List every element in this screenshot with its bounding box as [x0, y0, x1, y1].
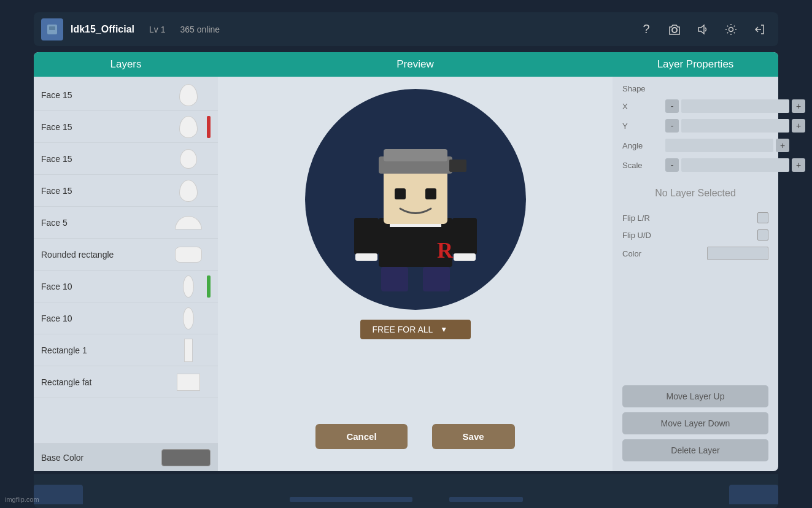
- game-mode-select[interactable]: FREE FOR ALL ▼: [360, 320, 471, 339]
- sound-icon[interactable]: [691, 18, 714, 41]
- game-mode-row: FREE FOR ALL ▼: [360, 320, 471, 339]
- topbar: Idk15_Official Lv 1 365 online ?: [34, 12, 778, 46]
- preview-buttons: Cancel Save: [315, 424, 514, 459]
- x-minus-button[interactable]: -: [665, 99, 679, 113]
- color-row: Color: [622, 247, 768, 260]
- x-value[interactable]: [681, 99, 789, 113]
- layer-strip: [207, 244, 211, 266]
- scale-label: Scale: [622, 161, 665, 170]
- layers-panel: Layers Face 15 Face 15 Face 15: [34, 52, 218, 471]
- y-value[interactable]: [681, 119, 789, 133]
- layer-thumb: [172, 148, 204, 170]
- preview-area: R FREE FOR ALL ▼ Cancel Save: [218, 77, 613, 471]
- layer-label: Face 10: [41, 282, 168, 291]
- cancel-button[interactable]: Cancel: [315, 424, 407, 449]
- x-plus-button[interactable]: +: [792, 99, 805, 113]
- list-item[interactable]: Face 15: [34, 143, 218, 175]
- scale-input-group: - +: [665, 158, 805, 172]
- chevron-down-icon: ▼: [440, 325, 447, 334]
- color-label: Color: [622, 249, 707, 258]
- svg-point-4: [729, 27, 733, 31]
- svg-rect-9: [384, 149, 447, 161]
- flip-lr-checkbox[interactable]: [757, 212, 768, 223]
- layer-thumb: [172, 116, 204, 138]
- save-button[interactable]: Save: [432, 424, 515, 449]
- angle-value[interactable]: [665, 139, 773, 152]
- base-color-swatch[interactable]: [161, 449, 211, 466]
- flip-ud-label: Flip U/D: [622, 231, 757, 240]
- shape-label: Shape: [622, 84, 665, 93]
- svg-rect-18: [454, 253, 476, 261]
- list-item[interactable]: Face 15: [34, 175, 218, 207]
- bottom-indicator-right: [449, 497, 523, 502]
- base-color-label: Base Color: [41, 453, 161, 463]
- character-svg: R: [317, 101, 514, 298]
- layer-label: Rectangle 1: [41, 345, 168, 355]
- help-icon[interactable]: ?: [635, 18, 658, 41]
- list-item[interactable]: Face 15: [34, 79, 218, 111]
- layer-label: Face 10: [41, 314, 168, 323]
- layer-strip-green: [207, 275, 211, 298]
- svg-point-2: [672, 28, 677, 33]
- list-item[interactable]: Rectangle 1: [34, 334, 218, 366]
- layer-thumb: [172, 339, 204, 361]
- teardrop-shape: [180, 149, 197, 169]
- y-plus-button[interactable]: +: [792, 119, 805, 133]
- scale-plus-button[interactable]: +: [792, 158, 805, 172]
- exit-icon[interactable]: [748, 18, 771, 41]
- angle-input-group: +: [665, 139, 789, 152]
- scale-value[interactable]: [681, 158, 789, 172]
- layer-thumb: [172, 84, 204, 106]
- bottom-tab-left: [34, 485, 83, 504]
- svg-rect-1: [49, 26, 55, 30]
- layer-strip: [207, 180, 211, 202]
- settings-icon[interactable]: [719, 18, 743, 41]
- layer-label: Rectangle fat: [41, 377, 168, 387]
- online-label: 365 online: [180, 25, 220, 34]
- rounded-rect-shape: [175, 247, 202, 263]
- list-item[interactable]: Face 10: [34, 302, 218, 334]
- list-item[interactable]: Face 15: [34, 111, 218, 143]
- delete-layer-button[interactable]: Delete Layer: [622, 439, 768, 461]
- rect-shape: [184, 339, 193, 362]
- list-item[interactable]: Face 5: [34, 207, 218, 239]
- bottom-bar: [34, 474, 778, 508]
- y-minus-button[interactable]: -: [665, 119, 679, 133]
- move-layer-down-button[interactable]: Move Layer Down: [622, 412, 768, 434]
- layers-list[interactable]: Face 15 Face 15 Face 15: [34, 77, 218, 444]
- color-swatch[interactable]: [707, 247, 768, 260]
- svg-rect-17: [355, 253, 377, 261]
- layer-strip: [207, 212, 211, 234]
- layer-label: Face 15: [41, 154, 168, 164]
- avatar: [41, 18, 63, 40]
- rect-fat-shape: [177, 374, 200, 391]
- y-row: Y - +: [622, 119, 768, 133]
- flip-ud-checkbox[interactable]: [757, 229, 768, 241]
- layer-strip-red: [207, 116, 211, 138]
- angle-plus-button[interactable]: +: [776, 139, 789, 152]
- layer-thumb: [172, 180, 204, 202]
- preview-panel: Preview: [218, 52, 613, 471]
- svg-rect-12: [425, 188, 436, 199]
- list-item[interactable]: Rectangle fat: [34, 366, 218, 398]
- svg-rect-15: [381, 267, 408, 291]
- tear-shape: [179, 116, 198, 138]
- props-content: Shape X - + Y - +: [613, 77, 778, 380]
- y-input-group: - +: [665, 119, 805, 133]
- x-input-group: - +: [665, 99, 805, 113]
- svg-rect-16: [423, 267, 450, 291]
- svg-rect-10: [449, 160, 466, 172]
- list-item[interactable]: Rounded rectangle: [34, 239, 218, 271]
- move-layer-up-button[interactable]: Move Layer Up: [622, 385, 768, 407]
- camera-icon[interactable]: [663, 18, 686, 41]
- username-label: Idk15_Official: [71, 24, 134, 35]
- layer-thumb: [172, 371, 204, 393]
- svg-rect-13: [354, 218, 379, 255]
- flip-lr-label: Flip L/R: [622, 214, 757, 223]
- list-item[interactable]: Face 10: [34, 271, 218, 302]
- tear-shape: [179, 84, 198, 106]
- y-label: Y: [622, 121, 665, 131]
- watermark: imgflip.com: [5, 496, 39, 503]
- x-label: X: [622, 102, 665, 111]
- scale-minus-button[interactable]: -: [665, 158, 679, 172]
